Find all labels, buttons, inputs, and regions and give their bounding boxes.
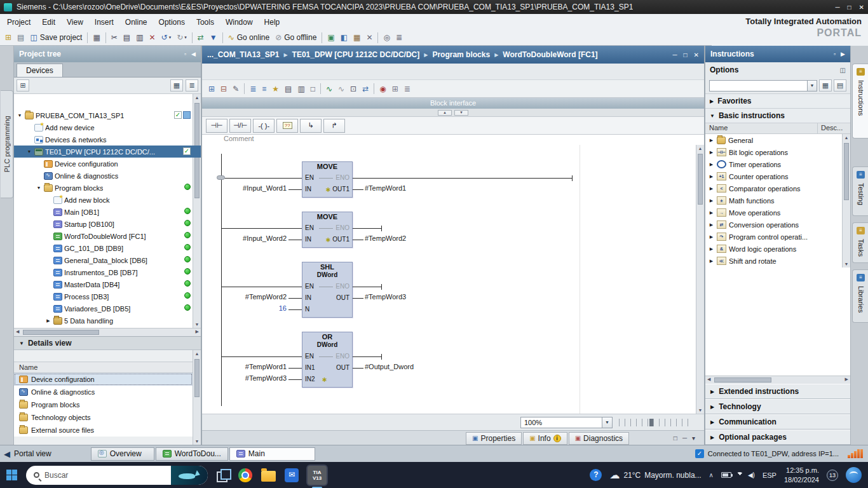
coil-button[interactable]: -( )- [253, 119, 275, 133]
chrome-icon[interactable] [238, 468, 252, 482]
instruction-category[interactable]: ▶&Word logic operations [705, 243, 850, 255]
expander-icon[interactable]: ▶ [709, 234, 714, 240]
menu-item-window[interactable]: Window [220, 15, 259, 29]
floating-app-icon[interactable] [846, 467, 862, 483]
section-extended[interactable]: ▶Extended instructions [705, 384, 850, 399]
expander-icon[interactable]: ▼ [26, 149, 32, 154]
redo-icon[interactable]: ↻▾ [174, 31, 189, 44]
lad-operand[interactable]: #TempWord3 [213, 374, 287, 382]
tree-item[interactable]: General_Data_block [DB6] [14, 254, 201, 266]
options-settings-icon[interactable]: ◫ [840, 67, 846, 74]
details-row[interactable]: Device configuration [14, 373, 193, 386]
scroll-up-icon[interactable]: ▲ [193, 95, 201, 100]
instruction-category[interactable]: ▶⇄Conversion operations [705, 219, 850, 231]
tree-item[interactable]: GC_101_DB [DB9] [14, 242, 201, 254]
inspector-minimize-icon[interactable]: ─ [682, 435, 687, 442]
scroll-thumb[interactable] [698, 154, 703, 205]
section-communication[interactable]: ▶Communication [705, 414, 850, 430]
download-icon[interactable]: ▼ [207, 31, 220, 44]
tree-item[interactable]: Main [OB1] [14, 206, 201, 218]
expander-icon[interactable]: ▶ [45, 318, 51, 323]
cross-reference-icon[interactable]: ▦ [351, 31, 363, 44]
details-view-header[interactable]: ▼ Details view [14, 336, 201, 350]
inspector-maximize-icon[interactable]: □ [674, 435, 677, 442]
instruction-category[interactable]: ▶±Math functions [705, 194, 850, 207]
lad-operand[interactable]: #TempWord1 [213, 363, 287, 370]
search-highlight-image[interactable] [171, 466, 208, 485]
tree-item[interactable]: ▼TE01_DPW [CPU 1212C DC/DC/...✓ [14, 146, 201, 158]
combo-caret-icon[interactable]: ▼ [807, 81, 817, 91]
breakpoint-icon[interactable]: ◉ [377, 82, 388, 95]
breadcrumb-segment[interactable]: TE01_DPW [CPU 1212C DC/DC/DC] [292, 50, 420, 59]
scroll-left-icon[interactable]: ◀ [707, 377, 710, 382]
scroll-right-icon[interactable]: ▶ [845, 377, 848, 382]
lad-block-move-0[interactable]: MOVEENENOINOUT1∗ [302, 161, 353, 198]
tree-item[interactable]: Device configuration [14, 158, 201, 170]
new-project-icon[interactable]: ⊞ [3, 31, 14, 44]
tree-item[interactable]: Devices & networks [14, 133, 201, 146]
tree-item[interactable]: Add new block [14, 194, 201, 206]
absolute-operands-icon[interactable]: ▤ [282, 82, 294, 95]
menu-item-edit[interactable]: Edit [36, 15, 61, 29]
diagnostics-toolbar-icon[interactable]: ▣ [325, 31, 337, 44]
network-comments-icon[interactable]: ▥ [295, 82, 307, 95]
weather-widget[interactable]: ☁ 21°C Mayorm. nubla... [609, 469, 701, 481]
expander-icon[interactable]: ▶ [709, 150, 714, 155]
scroll-thumb[interactable] [844, 143, 849, 200]
menu-item-tools[interactable]: Tools [191, 15, 220, 29]
menu-item-insert[interactable]: Insert [89, 15, 119, 29]
splitter-up-icon[interactable]: ▲ [438, 110, 452, 116]
delete-network-icon[interactable]: ⊟ [218, 82, 229, 95]
language-indicator[interactable]: ESP [763, 471, 776, 479]
tree-item[interactable]: Variadores_DB [DB5] [14, 302, 201, 315]
editor-tab-main[interactable]: Main [229, 447, 315, 461]
clock[interactable]: 12:35 p.m. 18/02/2024 [784, 466, 819, 484]
close-icon[interactable]: ✕ [859, 4, 864, 11]
snapshot-icon[interactable]: ⊡ [348, 82, 359, 95]
close-branch-button[interactable]: ↱ [323, 119, 345, 133]
search-project-icon[interactable]: ◎ [381, 31, 392, 44]
details-vertical-scrollbar[interactable]: ▲ ▼ [193, 350, 201, 445]
expander-icon[interactable]: ▶ [709, 247, 714, 252]
project-tree-horizontal-scrollbar[interactable]: ◀ ▶ [14, 328, 201, 336]
instruction-category[interactable]: ▶↷Program control operati... [705, 231, 850, 243]
open-project-icon[interactable]: ▤ [15, 31, 27, 44]
lad-operand[interactable]: #TempWord3 [365, 293, 406, 301]
tree-item[interactable]: ▼PRUEBA_COM_TIA13_SP1✓ [14, 109, 201, 121]
rename-icon[interactable]: ✎ [230, 82, 241, 95]
monitor-icon[interactable]: ◧ [338, 31, 350, 44]
lad-operand[interactable]: #TempWord1 [365, 184, 406, 192]
tree-item[interactable]: ▶5 Data handling [14, 315, 201, 327]
bottom-tab-info[interactable]: ▣Infoi [523, 432, 567, 445]
scroll-down-icon[interactable]: ▼ [696, 408, 704, 412]
scroll-up-icon[interactable]: ▲ [843, 135, 850, 140]
go-online-icon[interactable]: ∿Go online [226, 31, 272, 44]
side-tab-instructions[interactable]: ≡Instructions [852, 64, 868, 139]
minimize-icon[interactable]: ─ [835, 4, 839, 11]
open-branch-button[interactable]: ↳ [300, 119, 322, 133]
editor-minimize-icon[interactable]: ─ [672, 51, 677, 58]
instruction-search-input[interactable]: ▼ [709, 80, 817, 92]
pin-panel-icon[interactable]: ▫ [184, 51, 186, 57]
instructions-horizontal-scrollbar[interactable]: ◀ ▶ [705, 376, 850, 384]
editor-vertical-scrollbar[interactable]: ▲ ▼ [696, 145, 704, 414]
zoom-slider[interactable] [619, 419, 689, 426]
lad-operand[interactable]: #Input_Word2 [213, 234, 287, 242]
section-favorites[interactable]: ▶ Favorites [705, 94, 850, 109]
expand-networks-icon[interactable]: ≣ [247, 82, 259, 95]
notification-badge[interactable]: 13 [827, 470, 838, 481]
scroll-up-icon[interactable]: ▲ [193, 351, 201, 356]
scroll-thumb[interactable] [714, 377, 771, 383]
pin-panel-icon[interactable]: ▫ [834, 51, 836, 57]
side-tab-testing[interactable]: ≡Testing [852, 166, 868, 216]
portal-tab-plc-programming[interactable]: PLC programming [1, 90, 13, 198]
tree-item[interactable]: Process [DB3] [14, 290, 201, 302]
bottom-tab-properties[interactable]: ▣Properties [466, 432, 522, 445]
scroll-down-icon[interactable]: ▼ [193, 439, 201, 444]
file-explorer-icon[interactable] [261, 471, 276, 482]
undo-icon[interactable]: ↺▾ [159, 31, 174, 44]
maximize-icon[interactable]: □ [848, 4, 851, 11]
expand-panel-icon[interactable]: ▶ [841, 51, 845, 57]
instruction-category[interactable]: ▶<Comparator operations [705, 182, 850, 194]
expander-icon[interactable]: ▶ [709, 138, 714, 143]
